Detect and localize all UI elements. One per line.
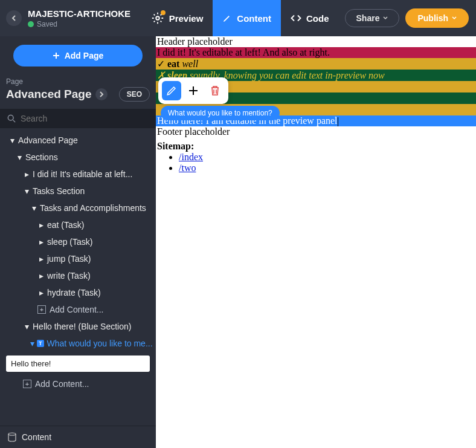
tree-item-task-jump[interactable]: ▸jump (Task)	[0, 250, 156, 267]
sidebar: Add Page Page Advanced Page SEO ▾Advance…	[0, 36, 156, 448]
tab-code[interactable]: Code	[281, 0, 339, 36]
chevron-down-icon	[383, 16, 388, 20]
page-title-text: Advanced Page	[6, 88, 92, 101]
tree-item-task-eat[interactable]: ▸eat (Task)	[0, 216, 156, 233]
tree-add-content-2[interactable]: +Add Content...	[0, 375, 156, 392]
sitemap-link-two[interactable]: /two	[179, 163, 196, 173]
plus-icon	[188, 85, 199, 96]
svg-point-1	[8, 115, 13, 120]
bottom-content-button[interactable]: Content	[0, 426, 156, 448]
page-section-label: Page	[6, 77, 156, 86]
pencil-icon	[222, 13, 232, 23]
chevron-left-icon	[11, 15, 17, 21]
search-row[interactable]	[0, 109, 156, 128]
edit-button[interactable]	[162, 81, 181, 100]
add-page-label: Add Page	[65, 51, 104, 60]
delete-button[interactable]	[205, 81, 225, 100]
bottom-content-label: Content	[22, 432, 51, 442]
tree-item-mention[interactable]: ▾TWhat would you like to me...	[0, 335, 156, 352]
project-name: MAJESTIC-ARTICHOKE	[28, 8, 130, 19]
add-button[interactable]	[184, 81, 203, 100]
add-page-button[interactable]: Add Page	[13, 45, 143, 67]
tree-item-did-it[interactable]: ▸I did it! It's editable at left...	[0, 166, 156, 183]
tab-content-label: Content	[237, 13, 271, 24]
chevron-down-icon	[452, 16, 457, 20]
field-tooltip: What would you like to mention?	[161, 106, 280, 120]
tab-preview[interactable]: Preview	[141, 0, 213, 36]
plus-icon	[53, 52, 60, 59]
plus-box-icon: +	[37, 305, 46, 314]
saved-indicator-icon	[28, 21, 34, 27]
tree-add-content-1[interactable]: +Add Content...	[0, 301, 156, 318]
pencil-icon	[166, 85, 177, 96]
publish-label: Publish	[417, 13, 448, 23]
tab-code-label: Code	[306, 13, 329, 24]
tree-item-tasks-section[interactable]: ▾Tasks Section	[0, 183, 156, 200]
tree-item-task-hydrate[interactable]: ▸hydrate (Task)	[0, 284, 156, 301]
text-cursor-icon	[338, 117, 338, 126]
svg-point-0	[156, 16, 159, 20]
page-tree: ▾Advanced Page ▾Sections ▸I did it! It's…	[0, 128, 156, 396]
tab-preview-label: Preview	[169, 13, 204, 24]
text-type-icon: T	[37, 340, 44, 347]
sitemap-item: /two	[179, 163, 476, 174]
preview-task-eat[interactable]: eat well	[156, 58, 476, 70]
tree-item-task-sleep[interactable]: ▸sleep (Task)	[0, 233, 156, 250]
search-icon	[7, 114, 16, 123]
chevron-right-icon	[95, 88, 108, 100]
preview-panel: Header placeholder I did it! It's editab…	[156, 36, 476, 448]
sitemap-item: /index	[179, 152, 476, 163]
database-icon	[7, 432, 17, 442]
preview-sitemap-heading: Sitemap:	[156, 141, 476, 152]
preview-header-placeholder: Header placeholder	[156, 36, 476, 47]
publish-button[interactable]: Publish	[405, 8, 469, 28]
floating-toolbar	[158, 77, 228, 104]
share-label: Share	[356, 13, 380, 23]
tree-edit-input[interactable]	[6, 355, 150, 372]
tree-item-tasks-accomp[interactable]: ▾Tasks and Accomplishments	[0, 200, 156, 216]
saved-status: Saved	[37, 20, 57, 28]
gear-icon	[151, 11, 164, 25]
tree-sections[interactable]: ▾Sections	[0, 149, 156, 166]
sitemap-list: /index /two	[156, 152, 476, 174]
project-block: MAJESTIC-ARTICHOKE Saved	[28, 8, 130, 28]
search-input[interactable]	[21, 114, 149, 123]
code-icon	[291, 14, 301, 22]
tab-content[interactable]: Content	[213, 0, 281, 36]
notification-badge-icon	[161, 10, 166, 15]
seo-button[interactable]: SEO	[119, 87, 150, 102]
share-button[interactable]: Share	[345, 9, 400, 27]
tree-item-task-write[interactable]: ▸write (Task)	[0, 267, 156, 284]
back-button[interactable]	[6, 10, 22, 26]
page-title[interactable]: Advanced Page	[6, 88, 108, 101]
svg-point-2	[8, 433, 16, 435]
trash-icon	[210, 85, 220, 96]
preview-footer-placeholder: Footer placeholder	[156, 126, 476, 137]
tree-item-hello-section[interactable]: ▾Hello there! (Blue Section)	[0, 318, 156, 335]
tree-root[interactable]: ▾Advanced Page	[0, 132, 156, 149]
plus-box-icon: +	[23, 380, 31, 388]
sitemap-link-index[interactable]: /index	[179, 152, 203, 162]
preview-did-it-line[interactable]: I did it! It's editable at left! And als…	[156, 47, 476, 58]
